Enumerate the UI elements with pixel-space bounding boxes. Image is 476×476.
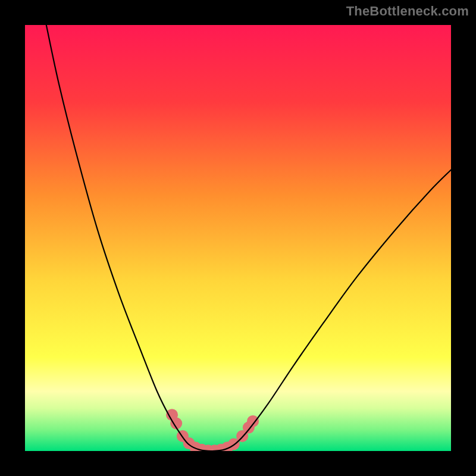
- watermark-label: TheBottleneck.com: [346, 4, 469, 19]
- bottleneck-chart: [25, 25, 451, 451]
- plot-area: [25, 25, 451, 451]
- chart-frame: TheBottleneck.com: [0, 0, 476, 476]
- gradient-background: [25, 25, 451, 451]
